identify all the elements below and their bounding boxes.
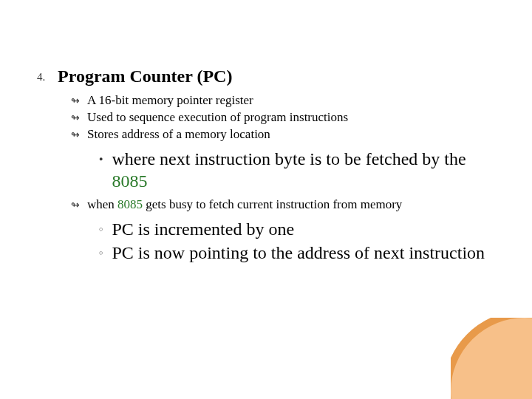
main-title: Program Counter (PC) (58, 66, 232, 86)
main-heading: 4. Program Counter (PC) (37, 66, 495, 86)
bullet-icon: ↬ (71, 126, 80, 143)
list-item: ↬ A 16-bit memory pointer register (71, 92, 495, 109)
list-item: ○ PC is incremented by one (99, 218, 495, 240)
sub-sub-list: ○ PC is incremented by one ○ PC is now p… (99, 218, 495, 264)
text-fragment: when (87, 197, 117, 211)
bullet-text: Stores address of a memory location (87, 126, 270, 143)
text-fragment-green: 8085 (112, 171, 147, 191)
bullet-icon: ↬ (71, 197, 80, 213)
sub-list: ↬ A 16-bit memory pointer register ↬ Use… (71, 92, 495, 264)
text-fragment: gets busy to fetch current instruction f… (143, 197, 402, 211)
circle-icon: ● (99, 148, 103, 163)
sub-bullet-text: PC is incremented by one (112, 218, 294, 240)
list-item: ↬ when 8085 gets busy to fetch current i… (71, 197, 495, 214)
main-number: 4. (37, 66, 50, 83)
sub-bullet-text: PC is now pointing to the address of nex… (112, 242, 485, 264)
slide-content: 4. Program Counter (PC) ↬ A 16-bit memor… (0, 0, 532, 399)
bullet-text: Used to sequence execution of program in… (87, 109, 348, 126)
circle-icon: ○ (99, 218, 103, 233)
sub-bullet-text: where next instruction byte is to be fet… (112, 148, 495, 192)
list-item: ● where next instruction byte is to be f… (99, 148, 495, 192)
circle-icon: ○ (99, 242, 103, 257)
list-item: ○ PC is now pointing to the address of n… (99, 242, 495, 264)
sub-sub-list: ● where next instruction byte is to be f… (99, 148, 495, 192)
bullet-text: when 8085 gets busy to fetch current ins… (87, 197, 402, 214)
bullet-icon: ↬ (71, 92, 80, 109)
text-fragment: where next instruction byte is to be fet… (112, 149, 466, 168)
list-item: ↬ Used to sequence execution of program … (71, 109, 495, 126)
text-fragment-green: 8085 (117, 197, 143, 211)
corner-decoration (451, 318, 532, 399)
bullet-text: A 16-bit memory pointer register (87, 92, 253, 109)
bullet-icon: ↬ (71, 109, 80, 126)
list-item: ↬ Stores address of a memory location (71, 126, 495, 143)
